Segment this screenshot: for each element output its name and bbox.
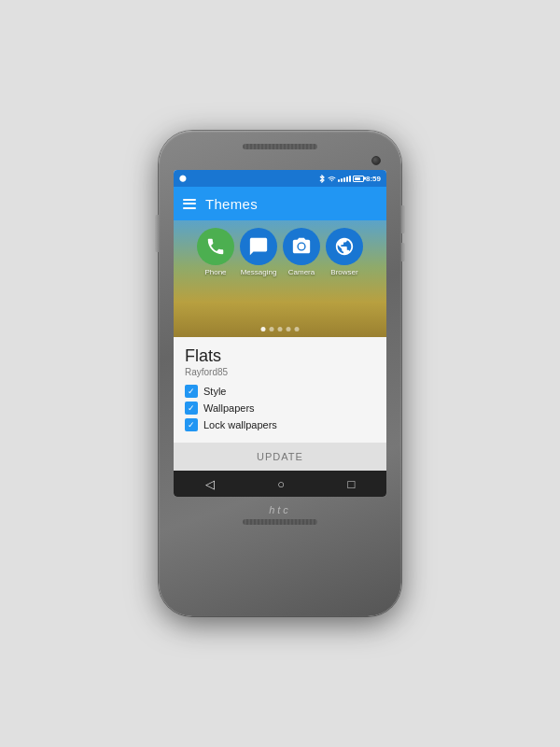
svg-point-0 [299,244,304,249]
app-item-camera[interactable]: Camera [283,228,320,276]
status-bar: ⬤ [174,170,386,187]
theme-author: Rayford85 [185,367,375,377]
camera-app-label: Camera [288,268,315,276]
nav-bar: ◁ ○ □ [174,471,386,497]
check-icon: ✓ [188,421,195,430]
lock-wallpapers-checkbox-row[interactable]: ✓ Lock wallpapers [185,418,375,431]
phone-bottom: htc [166,504,394,525]
messaging-app-label: Messaging [241,268,277,276]
volume-left-button[interactable] [155,215,159,252]
back-button[interactable]: ◁ [205,477,215,491]
wifi-icon [328,175,336,182]
hamburger-line [183,207,196,209]
style-checkbox-row[interactable]: ✓ Style [185,385,375,398]
recents-button[interactable]: □ [347,477,355,491]
style-checkbox[interactable]: ✓ [185,385,198,398]
hamburger-menu-button[interactable] [183,199,196,209]
browser-app-icon [326,228,363,265]
check-icon: ✓ [188,388,195,396]
update-button[interactable]: UPDATE [257,451,303,462]
front-camera [371,156,381,165]
screen: ⬤ [174,170,386,497]
home-button[interactable]: ○ [277,477,285,491]
status-right: 8:59 [318,175,381,183]
top-speaker [243,144,317,149]
camera-area [166,155,394,166]
update-area[interactable]: UPDATE [174,443,386,471]
page-dot-1 [261,327,266,331]
theme-name: Flats [185,346,375,367]
bluetooth-icon [318,175,326,183]
app-icons-row: Phone Messaging [197,228,363,276]
power-button[interactable] [401,205,405,233]
hamburger-line [183,199,196,201]
phone-device: ⬤ [159,131,401,616]
wallpapers-label: Wallpapers [203,402,255,414]
toolbar: Themes [174,187,386,220]
lock-wallpapers-checkbox[interactable]: ✓ [185,418,198,431]
apps-area: Phone Messaging [174,220,386,337]
camera-app-icon [283,228,320,265]
notification-icon: ⬤ [179,175,187,182]
phone-app-label: Phone [204,268,226,276]
check-icon: ✓ [188,404,195,413]
page-dot-5 [295,327,300,331]
volume-button[interactable] [401,243,405,261]
lock-wallpapers-label: Lock wallpapers [203,419,277,430]
phone-app-icon [197,228,234,265]
style-label: Style [203,386,226,397]
status-left: ⬤ [179,175,187,182]
signal-bars [338,175,351,182]
page-dot-3 [278,327,283,331]
wallpapers-checkbox-row[interactable]: ✓ Wallpapers [185,402,375,415]
app-item-phone[interactable]: Phone [197,228,234,276]
bottom-speaker [243,519,317,525]
app-item-messaging[interactable]: Messaging [240,228,277,276]
browser-app-label: Browser [330,268,357,276]
htc-logo: htc [269,504,291,515]
wallpapers-checkbox[interactable]: ✓ [185,402,198,415]
hamburger-line [183,203,196,204]
status-time: 8:59 [366,175,381,183]
page-indicators [261,327,300,331]
messaging-app-icon [240,228,277,265]
app-item-browser[interactable]: Browser [326,228,363,276]
page-dot-4 [287,327,291,331]
page-dot-2 [270,327,274,331]
theme-card: Flats Rayford85 ✓ Style ✓ Wallpapers ✓ L… [174,337,386,443]
toolbar-title: Themes [205,196,258,212]
battery-icon [353,176,364,182]
